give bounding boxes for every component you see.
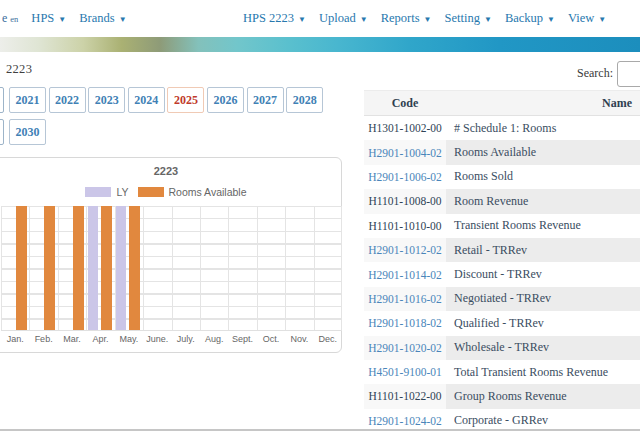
- table-row: H2901-1018-02Qualified - TRRev: [364, 311, 640, 335]
- nav-item-hps[interactable]: HPS▼: [31, 11, 66, 26]
- nav-item-label: Reports: [381, 11, 420, 26]
- chart-column-june: [143, 206, 171, 330]
- bar-rooms-available-mar[interactable]: [73, 206, 84, 330]
- app-screen: e en HPS▼Brands▼ HPS 2223▼Upload▼Reports…: [0, 0, 640, 433]
- x-axis-label-may: May.: [115, 334, 143, 344]
- x-axis-label-mar: Mar.: [58, 334, 86, 344]
- nav-item-view[interactable]: View▼: [568, 11, 606, 26]
- top-navbar: e en HPS▼Brands▼ HPS 2223▼Upload▼Reports…: [0, 0, 640, 37]
- nav-item-setting[interactable]: Setting▼: [445, 11, 492, 26]
- table-row: H1101-1008-00Room Revenue: [364, 189, 640, 213]
- nav-item-backup[interactable]: Backup▼: [505, 11, 555, 26]
- year-button-2022[interactable]: 2022: [49, 87, 86, 113]
- chart-legend: LYRooms Available: [0, 186, 341, 198]
- column-header-name[interactable]: Name: [446, 96, 640, 111]
- year-button-2028[interactable]: 2028: [286, 87, 323, 113]
- search-input[interactable]: [617, 61, 640, 87]
- name-cell: Total Transient Rooms Revenue: [446, 360, 640, 384]
- code-cell[interactable]: H2901-1020-02: [364, 336, 446, 360]
- name-cell: Discount - TRRev: [446, 262, 640, 286]
- bar-ly-apr[interactable]: [88, 206, 98, 330]
- code-cell[interactable]: H4501-9100-01: [364, 360, 446, 384]
- chart-column-mar: [58, 206, 86, 330]
- x-axis-label-apr: Apr.: [86, 334, 114, 344]
- code-cell: H1101-1022-00: [364, 384, 446, 408]
- chart-column-aug: [199, 206, 227, 330]
- chart-column-july: [171, 206, 199, 330]
- code-cell[interactable]: H2901-1012-02: [364, 238, 446, 262]
- language-switcher[interactable]: e en: [2, 11, 18, 26]
- chart-column-feb: [29, 206, 57, 330]
- x-axis-label-feb: Feb.: [29, 334, 57, 344]
- name-cell: Negotiated - TRRev: [446, 287, 640, 311]
- code-cell[interactable]: H2901-1004-02: [364, 140, 446, 164]
- x-axis-label-sept: Sept.: [228, 334, 256, 344]
- x-axis-label-jan: Jan.: [1, 334, 29, 344]
- nav-item-label: Brands: [79, 11, 114, 26]
- bar-rooms-available-apr[interactable]: [101, 206, 112, 330]
- table-row: H4501-9100-01Total Transient Rooms Reven…: [364, 360, 640, 384]
- nav-item-label: HPS 2223: [243, 11, 294, 26]
- bottom-scrollbar-edge[interactable]: [0, 429, 640, 431]
- table-header-row: Code Name: [364, 90, 640, 116]
- legend-item-rooms-available[interactable]: Rooms Available: [138, 186, 247, 198]
- nav-item-reports[interactable]: Reports▼: [381, 11, 432, 26]
- bar-ly-may[interactable]: [116, 206, 126, 330]
- chart-column-jan: [1, 206, 29, 330]
- x-axis-label-june: June.: [143, 334, 171, 344]
- bar-rooms-available-jan[interactable]: [16, 206, 27, 330]
- year-button-2021[interactable]: 2021: [9, 87, 46, 113]
- code-cell: H1101-1008-00: [364, 189, 446, 213]
- chart-column-dec: [313, 206, 341, 330]
- chart-column-nov: [284, 206, 312, 330]
- bar-rooms-available-feb[interactable]: [44, 206, 55, 330]
- chevron-down-icon: ▼: [58, 15, 66, 24]
- column-header-code[interactable]: Code: [364, 96, 446, 111]
- table-row: H2901-1014-02Discount - TRRev: [364, 262, 640, 286]
- year-button-2030[interactable]: 2030: [9, 119, 46, 145]
- table-row: H1101-1010-00Transient Rooms Revenue: [364, 214, 640, 238]
- chevron-down-icon: ▼: [119, 15, 127, 24]
- search-label: Search:: [577, 66, 613, 81]
- chart-title: 2223: [0, 165, 341, 177]
- legend-item-ly[interactable]: LY: [85, 186, 128, 198]
- table-body: H1301-1002-00# Schedule 1: RoomsH2901-10…: [364, 116, 640, 433]
- year-button-2026[interactable]: 2026: [207, 87, 244, 113]
- chart-card: 2223 LYRooms Available Jan.Feb.Mar.Apr.M…: [0, 157, 342, 353]
- legend-label: LY: [116, 186, 128, 198]
- year-button-2023[interactable]: 2023: [88, 87, 125, 113]
- table-row: H2901-1004-02Rooms Available: [364, 140, 640, 164]
- legend-label: Rooms Available: [169, 186, 247, 198]
- nav-item-label: Setting: [445, 11, 480, 26]
- chevron-down-icon: ▼: [360, 15, 368, 24]
- year-button-clipped[interactable]: [0, 119, 4, 145]
- code-cell[interactable]: H2901-1016-02: [364, 287, 446, 311]
- name-cell: Wholesale - TRRev: [446, 336, 640, 360]
- name-cell: Rooms Sold: [446, 165, 640, 189]
- chevron-down-icon: ▼: [424, 15, 432, 24]
- chevron-down-icon: ▼: [298, 15, 306, 24]
- bar-rooms-available-may[interactable]: [129, 206, 140, 330]
- table-row: H1101-1022-00Group Rooms Revenue: [364, 384, 640, 408]
- code-cell[interactable]: H2901-1006-02: [364, 165, 446, 189]
- chart-plot-area: [1, 206, 342, 331]
- language-switcher-text: e: [2, 11, 7, 25]
- year-button-2027[interactable]: 2027: [247, 87, 284, 113]
- year-button-2025[interactable]: 2025: [167, 87, 204, 113]
- chart-column-oct: [256, 206, 284, 330]
- year-button-2024[interactable]: 2024: [128, 87, 165, 113]
- code-cell[interactable]: H2901-1018-02: [364, 311, 446, 335]
- nav-item-label: View: [568, 11, 594, 26]
- code-cell[interactable]: H2901-1014-02: [364, 262, 446, 286]
- nav-main-cluster: HPS 2223▼Upload▼Reports▼Setting▼Backup▼V…: [243, 0, 606, 37]
- name-cell: Qualified - TRRev: [446, 311, 640, 335]
- nav-item-hps-2223[interactable]: HPS 2223▼: [243, 11, 306, 26]
- year-button-clipped[interactable]: [0, 87, 4, 113]
- nav-item-upload[interactable]: Upload▼: [319, 11, 368, 26]
- nav-left-cluster: e en HPS▼Brands▼: [2, 0, 127, 37]
- name-cell: # Schedule 1: Rooms: [446, 116, 640, 140]
- x-axis-label-july: July.: [172, 334, 200, 344]
- nav-item-brands[interactable]: Brands▼: [79, 11, 126, 26]
- legend-swatch-icon: [85, 187, 111, 197]
- table-row: H2901-1020-02Wholesale - TRRev: [364, 336, 640, 360]
